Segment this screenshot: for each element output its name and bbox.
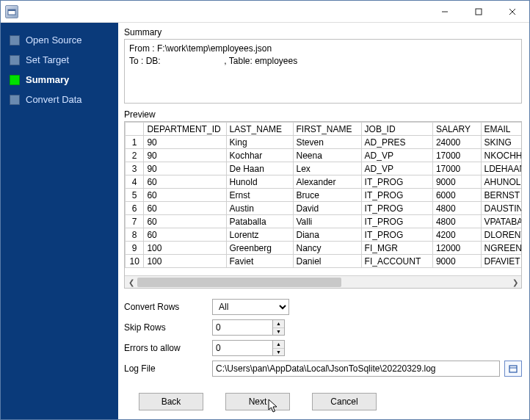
table-row[interactable]: 860LorentzDianaIT_PROG4200DLORENTZ103 <box>126 228 522 242</box>
cell[interactable]: 9000 <box>432 175 481 189</box>
cell[interactable]: BERNST <box>481 189 521 202</box>
cell[interactable]: Steven <box>293 136 361 149</box>
cell[interactable]: Alexander <box>293 175 361 189</box>
browse-log-button[interactable] <box>504 361 522 377</box>
scroll-thumb[interactable] <box>137 278 341 287</box>
convert-rows-select[interactable]: All <box>212 299 289 315</box>
table-row[interactable]: 660AustinDavidIT_PROG4800DAUSTIN103 <box>126 202 522 215</box>
cell[interactable]: 60 <box>144 175 226 189</box>
cell[interactable]: 90 <box>144 136 226 149</box>
table-row[interactable]: 390De HaanLexAD_VP17000LDEHAAN100 <box>126 162 522 175</box>
cell[interactable]: AD_VP <box>361 162 432 175</box>
cell[interactable]: 90 <box>144 149 226 162</box>
cell[interactable]: 4200 <box>432 228 481 242</box>
cell[interactable]: DAUSTIN <box>481 202 521 215</box>
cell[interactable]: King <box>226 136 293 149</box>
spin-down-icon[interactable]: ▼ <box>273 328 284 336</box>
cell[interactable]: IT_PROG <box>361 175 432 189</box>
maximize-button[interactable] <box>462 1 495 22</box>
skip-rows-spinner[interactable]: ▲▼ <box>272 319 285 336</box>
cell[interactable]: 90 <box>144 162 226 175</box>
cell[interactable]: 6000 <box>432 189 481 202</box>
table-row[interactable]: 9100GreenbergNancyFI_MGR12000NGREENBE101 <box>126 242 522 255</box>
cell[interactable]: 17000 <box>432 162 481 175</box>
cell[interactable]: Austin <box>226 202 293 215</box>
col-header[interactable]: FIRST_NAME <box>293 123 361 136</box>
step-convert-data[interactable]: Convert Data <box>5 90 114 109</box>
cell[interactable]: NGREENBE <box>481 242 521 255</box>
cancel-button[interactable]: Cancel <box>312 393 377 410</box>
cell[interactable]: 100 <box>144 242 226 255</box>
cell[interactable]: Daniel <box>293 255 361 268</box>
cell[interactable]: Hunold <box>226 175 293 189</box>
cell[interactable]: IT_PROG <box>361 228 432 242</box>
cell[interactable]: NKOCHHAR <box>481 149 521 162</box>
cell[interactable]: VPATABAL <box>481 215 521 228</box>
step-set-target[interactable]: Set Target <box>5 50 114 70</box>
spin-up-icon[interactable]: ▲ <box>273 320 284 328</box>
cell[interactable]: 17000 <box>432 149 481 162</box>
table-row[interactable]: 460HunoldAlexanderIT_PROG9000AHUNOLD102 <box>126 175 522 189</box>
cell[interactable]: FI_MGR <box>361 242 432 255</box>
spin-up-icon[interactable]: ▲ <box>273 341 284 349</box>
horizontal-scrollbar[interactable]: ❮ ❯ <box>125 275 521 288</box>
cell[interactable]: Greenberg <box>226 242 293 255</box>
step-summary[interactable]: Summary <box>5 70 114 90</box>
cell[interactable]: 24000 <box>432 136 481 149</box>
cell[interactable]: IT_PROG <box>361 189 432 202</box>
cell[interactable]: IT_PROG <box>361 215 432 228</box>
col-header[interactable]: EMAIL <box>481 123 521 136</box>
cell[interactable]: Diana <box>293 228 361 242</box>
scroll-left-icon[interactable]: ❮ <box>125 276 137 289</box>
cell[interactable]: AHUNOLD <box>481 175 521 189</box>
table-row[interactable]: 290KochharNeenaAD_VP17000NKOCHHAR100 <box>126 149 522 162</box>
cell[interactable]: Neena <box>293 149 361 162</box>
cell[interactable]: SKING <box>481 136 521 149</box>
col-header[interactable]: SALARY <box>432 123 481 136</box>
cell[interactable]: 60 <box>144 202 226 215</box>
cell[interactable]: AD_PRES <box>361 136 432 149</box>
skip-rows-input[interactable] <box>212 319 272 336</box>
cell[interactable]: FI_ACCOUNT <box>361 255 432 268</box>
cell[interactable]: DLORENTZ <box>481 228 521 242</box>
table-row[interactable]: 560ErnstBruceIT_PROG6000BERNST103 <box>126 189 522 202</box>
preview-grid[interactable]: DEPARTMENT_ID LAST_NAME FIRST_NAME JOB_I… <box>125 122 521 268</box>
cell[interactable]: Faviet <box>226 255 293 268</box>
cell[interactable]: 100 <box>144 255 226 268</box>
spin-down-icon[interactable]: ▼ <box>273 349 284 356</box>
back-button[interactable]: Back <box>139 393 203 410</box>
errors-allow-spinner[interactable]: ▲▼ <box>272 340 285 356</box>
cell[interactable]: Bruce <box>293 189 361 202</box>
log-file-input[interactable] <box>212 361 500 377</box>
step-open-source[interactable]: Open Source <box>5 30 114 50</box>
cell[interactable]: DFAVIET <box>481 255 521 268</box>
cell[interactable]: Pataballa <box>226 215 293 228</box>
cell[interactable]: 60 <box>144 228 226 242</box>
errors-allow-input[interactable] <box>212 340 272 356</box>
cell[interactable]: Lex <box>293 162 361 175</box>
cell[interactable]: AD_VP <box>361 149 432 162</box>
cell[interactable]: Kochhar <box>226 149 293 162</box>
col-header[interactable]: LAST_NAME <box>226 123 293 136</box>
cell[interactable]: 4800 <box>432 215 481 228</box>
cell[interactable]: De Haan <box>226 162 293 175</box>
col-header[interactable]: DEPARTMENT_ID <box>144 123 226 136</box>
cell[interactable]: Lorentz <box>226 228 293 242</box>
table-row[interactable]: 190KingStevenAD_PRES24000SKING <box>126 136 522 149</box>
cell[interactable]: Nancy <box>293 242 361 255</box>
cell[interactable]: 60 <box>144 215 226 228</box>
cell[interactable]: Ernst <box>226 189 293 202</box>
cell[interactable]: IT_PROG <box>361 202 432 215</box>
scroll-track[interactable] <box>137 276 509 289</box>
table-row[interactable]: 10100FavietDanielFI_ACCOUNT9000DFAVIET10… <box>126 255 522 268</box>
cell[interactable]: 9000 <box>432 255 481 268</box>
cell[interactable]: Valli <box>293 215 361 228</box>
col-header[interactable]: JOB_ID <box>361 123 432 136</box>
next-button[interactable]: Next <box>225 393 290 410</box>
cell[interactable]: 4800 <box>432 202 481 215</box>
cell[interactable]: 12000 <box>432 242 481 255</box>
cell[interactable]: David <box>293 202 361 215</box>
close-button[interactable] <box>495 1 529 22</box>
cell[interactable]: 60 <box>144 189 226 202</box>
scroll-right-icon[interactable]: ❯ <box>509 276 521 289</box>
